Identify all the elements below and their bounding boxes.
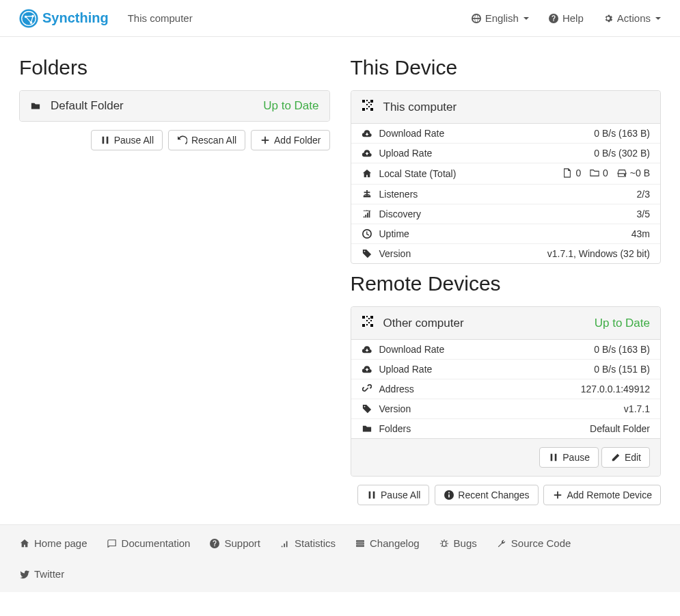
svg-rect-22 — [368, 322, 370, 323]
pause-device-button[interactable]: Pause — [539, 447, 599, 468]
remote-download-value: 0 B/s (163 B) — [517, 340, 660, 360]
local-state-value: 0 0 ~0 B — [500, 163, 660, 185]
pause-all-label: Pause All — [114, 135, 154, 146]
cog-icon — [603, 14, 614, 23]
question-icon — [209, 539, 220, 548]
folder-name: Default Folder — [51, 99, 124, 113]
help-menu[interactable]: Help — [548, 12, 584, 24]
this-device-header[interactable]: This computer — [351, 91, 661, 124]
footer-source-link[interactable]: Source Code — [496, 537, 571, 549]
file-icon — [562, 168, 573, 178]
qrcode-icon — [362, 315, 374, 331]
language-menu[interactable]: English — [471, 12, 529, 24]
table-row: Local State (Total) 0 0 ~0 B — [351, 163, 661, 185]
add-remote-device-button[interactable]: Add Remote Device — [543, 485, 661, 505]
add-folder-button[interactable]: Add Folder — [251, 130, 329, 150]
help-label: Help — [562, 12, 584, 24]
listeners-value[interactable]: 2/3 — [500, 185, 660, 204]
table-row: Discovery 3/5 — [351, 204, 661, 224]
svg-rect-6 — [370, 100, 373, 103]
bug-icon — [439, 539, 450, 548]
pause-all-folders-button[interactable]: Pause All — [91, 130, 163, 150]
add-folder-label: Add Folder — [274, 135, 321, 146]
home-icon — [362, 169, 372, 178]
clock-icon — [362, 229, 372, 239]
link-icon — [362, 384, 372, 394]
svg-rect-15 — [362, 316, 365, 319]
question-icon — [548, 14, 559, 23]
actions-menu[interactable]: Actions — [603, 12, 661, 24]
svg-rect-9 — [368, 102, 370, 103]
table-row: Download Rate 0 B/s (163 B) — [351, 340, 661, 360]
svg-rect-10 — [366, 104, 368, 105]
remote-upload-value: 0 B/s (151 B) — [517, 360, 660, 379]
footer-docs-link[interactable]: Documentation — [107, 537, 191, 549]
footer-stats-link[interactable]: Statistics — [280, 537, 336, 549]
brand-text: Syncthing — [42, 10, 109, 26]
footer-twitter-link[interactable]: Twitter — [19, 568, 661, 580]
remote-device-header[interactable]: Other computer Up to Date — [351, 307, 661, 340]
remote-folders-value: Default Folder — [517, 419, 660, 439]
svg-rect-23 — [366, 324, 368, 325]
recent-changes-button[interactable]: Recent Changes — [435, 485, 538, 505]
hdd-icon — [616, 168, 627, 178]
plus-icon — [552, 490, 563, 500]
remote-download-label: Download Rate — [379, 344, 445, 355]
tag-icon — [362, 249, 372, 258]
version-label: Version — [379, 248, 411, 259]
pencil-icon — [610, 453, 621, 462]
footer-support-link[interactable]: Support — [209, 537, 260, 549]
footer-home-link[interactable]: Home page — [19, 537, 87, 549]
footer: Home page Documentation Support Statisti… — [0, 524, 680, 592]
brand[interactable]: Syncthing — [19, 9, 109, 28]
pause-device-label: Pause — [562, 452, 590, 463]
rescan-all-label: Rescan All — [191, 135, 236, 146]
remote-upload-label: Upload Rate — [379, 364, 433, 375]
cloud-download-icon — [362, 345, 372, 354]
navbar-device-name: This computer — [128, 12, 193, 24]
tag-icon — [362, 404, 372, 414]
remote-folders-label: Folders — [379, 423, 411, 434]
remote-device-panel: Other computer Up to Date Download Rate … — [351, 306, 662, 477]
folder-icon — [30, 101, 41, 111]
svg-rect-14 — [370, 108, 373, 111]
svg-point-1 — [22, 12, 35, 25]
home-icon — [19, 539, 30, 548]
discovery-value[interactable]: 3/5 — [500, 204, 660, 224]
table-row: Address 127.0.0.1:49912 — [351, 379, 661, 399]
remote-version-value: v1.7.1 — [517, 399, 660, 419]
language-label: English — [485, 12, 519, 24]
remote-version-label: Version — [379, 403, 411, 414]
svg-rect-17 — [362, 324, 365, 327]
signal-icon — [362, 209, 372, 219]
svg-rect-18 — [366, 316, 368, 317]
svg-rect-13 — [366, 108, 368, 109]
footer-changelog-link[interactable]: Changelog — [355, 537, 420, 549]
upload-rate-label: Upload Rate — [379, 148, 433, 159]
table-row: Upload Rate 0 B/s (151 B) — [351, 360, 661, 379]
recent-changes-label: Recent Changes — [458, 490, 529, 500]
svg-rect-11 — [370, 104, 372, 105]
folder-panel: Default Folder Up to Date — [19, 90, 330, 122]
rescan-all-button[interactable]: Rescan All — [168, 130, 245, 150]
remote-devices-heading: Remote Devices — [351, 272, 662, 295]
footer-bugs-link[interactable]: Bugs — [439, 537, 477, 549]
plus-icon — [260, 135, 271, 145]
cloud-upload-icon — [362, 148, 372, 158]
folders-heading: Folders — [19, 56, 330, 79]
pause-all-devices-button[interactable]: Pause All — [357, 485, 429, 505]
folder-header[interactable]: Default Folder Up to Date — [20, 91, 329, 121]
table-row: Version v1.7.1 — [351, 399, 661, 419]
table-row: Uptime 43m — [351, 224, 661, 244]
pause-all-devices-label: Pause All — [381, 490, 420, 500]
svg-rect-21 — [370, 320, 372, 321]
remote-device-name: Other computer — [383, 317, 464, 330]
svg-rect-7 — [362, 108, 365, 111]
this-device-panel: This computer Download Rate 0 B/s (163 B… — [351, 90, 662, 264]
edit-device-button[interactable]: Edit — [601, 447, 650, 468]
book-icon — [107, 539, 118, 548]
cloud-download-icon — [362, 129, 372, 138]
twitter-icon — [19, 570, 30, 579]
upload-rate-value: 0 B/s (302 B) — [500, 144, 660, 163]
uptime-value: 43m — [500, 224, 660, 244]
